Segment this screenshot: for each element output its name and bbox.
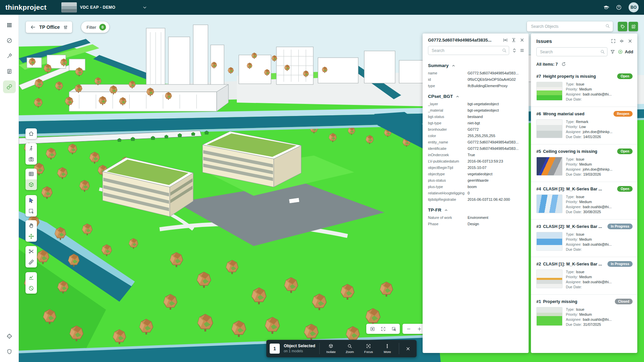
compose-icon — [631, 24, 636, 29]
property-row: plus-statusgeenWaarde — [423, 177, 529, 184]
markup-tools-icon[interactable] — [3, 50, 16, 62]
academy-icon[interactable] — [603, 4, 609, 10]
walk-mode-button[interactable] — [25, 143, 37, 154]
zoom-extents-button[interactable] — [378, 324, 388, 334]
refresh-icon[interactable] — [561, 62, 566, 67]
models-button[interactable] — [25, 179, 37, 190]
selection-subtitle: on 1 models — [284, 349, 315, 354]
issue-title: CLASH [1]: M_K-Series Bar ... — [543, 262, 605, 266]
focus-button[interactable]: Focus — [361, 344, 376, 354]
property-key: relatieveHoogteligging — [428, 191, 468, 195]
issue-card[interactable]: #3CLASH [2]: M_K-Series Bar ...In Progre… — [531, 220, 637, 257]
support-target-icon[interactable] — [3, 330, 16, 343]
analysis-chart-button[interactable] — [25, 272, 37, 283]
view-settings-icon[interactable] — [63, 25, 68, 30]
pan-tool-button[interactable] — [25, 220, 37, 231]
issue-thumbnail[interactable] — [536, 307, 562, 326]
collapse-panel-icon[interactable] — [619, 39, 624, 44]
expand-panel-icon[interactable] — [611, 39, 616, 44]
section-title: CPset_BGT — [428, 94, 453, 99]
move-tool-button[interactable] — [25, 231, 37, 242]
marquee-select-button[interactable] — [25, 206, 37, 217]
property-key: _material — [428, 108, 468, 113]
zoom-out-button[interactable] — [403, 324, 414, 334]
property-key: Nature of work — [428, 216, 468, 220]
collapse-all-icon[interactable] — [512, 48, 517, 53]
filter-button[interactable]: Filter 0 — [81, 21, 109, 33]
select-tool-button[interactable] — [25, 195, 37, 206]
status-badge: Open — [617, 148, 633, 154]
property-key: id — [428, 77, 468, 82]
issue-number: #1 — [536, 299, 541, 304]
object-table-button[interactable] — [25, 169, 37, 179]
issue-card[interactable]: #2CLASH [1]: M_K-Series Bar ...In Progre… — [531, 257, 637, 295]
close-icon — [406, 346, 411, 351]
issue-card[interactable]: #4CLASH [3]: M_K-Series Bar ...OpenType:… — [531, 182, 637, 220]
issue-title: Ceiling covering is missing — [543, 149, 615, 154]
property-row: identificatieG0772.5d60749d49854af383... — [423, 145, 529, 152]
fit-height-icon[interactable] — [511, 38, 516, 43]
section-header[interactable]: Summary — [423, 58, 529, 70]
more-icon — [385, 344, 390, 349]
property-value: 255,255,255,255 — [468, 134, 523, 138]
issue-card[interactable]: #6Wrong material usedReopenType:RemarkPr… — [531, 107, 637, 144]
close-icon[interactable] — [520, 38, 525, 43]
isolate-button[interactable]: Isolate — [324, 344, 338, 354]
model-viewer-icon[interactable] — [3, 80, 16, 93]
properties-panel: G0772.5d60749d49854af3835... Summaryname… — [423, 34, 529, 353]
chevron-down-icon — [142, 5, 147, 10]
issue-thumbnail[interactable] — [536, 82, 562, 101]
more-button[interactable]: More — [380, 344, 395, 354]
project-selector[interactable]: VDC EAP - DEMO — [61, 2, 147, 12]
close-selection-button[interactable] — [403, 346, 413, 351]
section-tool-button[interactable] — [25, 246, 37, 257]
property-value: 0 — [468, 191, 523, 195]
list-view-icon[interactable] — [520, 48, 525, 53]
property-key: tijdstipRegistratie — [428, 197, 468, 202]
help-icon[interactable] — [616, 4, 622, 10]
issue-card[interactable]: #7Height property is missingOpenType:Iss… — [531, 69, 637, 107]
filter-funnel-icon[interactable] — [610, 49, 615, 54]
property-row: bronhouderG0772 — [423, 126, 529, 133]
hide-objects-button[interactable] — [25, 283, 37, 294]
zoom-window-button[interactable] — [388, 324, 399, 334]
measure-tool-button[interactable] — [25, 257, 37, 267]
close-icon[interactable] — [628, 39, 633, 44]
annotations-button[interactable] — [618, 22, 627, 31]
properties-search-input[interactable] — [428, 46, 509, 55]
add-issue-button[interactable]: Add — [618, 49, 633, 54]
apps-grid-icon[interactable] — [3, 19, 16, 32]
avatar[interactable]: BO — [629, 2, 639, 12]
issue-thumbnail[interactable] — [536, 269, 562, 288]
property-key: plus-status — [428, 178, 468, 183]
section-header[interactable]: CPset_BGT — [423, 89, 529, 101]
home-view-button[interactable] — [25, 128, 37, 139]
issue-card[interactable]: #5Ceiling covering is missingOpenType:Is… — [531, 144, 637, 182]
issue-fields: Type:RemarkPriority:LowAssignee:john.doe… — [566, 119, 612, 139]
back-icon[interactable] — [30, 24, 36, 30]
fit-width-icon[interactable] — [503, 38, 508, 43]
project-thumbnail — [61, 2, 77, 12]
forms-icon[interactable] — [3, 65, 16, 78]
section-header[interactable]: TP-FR — [423, 203, 529, 215]
property-key: Phase — [428, 222, 468, 226]
property-row: color255,255,255,255 — [423, 133, 529, 139]
project-name: VDC EAP - DEMO — [80, 5, 115, 10]
zoom-selection-button[interactable]: Zoom — [342, 344, 357, 354]
chevron-up-icon — [455, 94, 460, 99]
issue-thumbnail[interactable] — [536, 194, 562, 213]
markup-button[interactable] — [629, 22, 638, 31]
property-key: LV-publicatiedatum — [428, 159, 468, 164]
privacy-shield-icon[interactable] — [3, 345, 16, 358]
zoom-fit-button[interactable] — [367, 324, 378, 334]
reports-icon[interactable] — [3, 34, 16, 47]
issue-thumbnail[interactable] — [536, 157, 562, 176]
property-value: G0772.5d60749d49854af383... — [468, 140, 523, 144]
issue-card[interactable]: #1Property missingClosedType:IssuePriori… — [531, 295, 637, 332]
property-value: bestaand — [468, 115, 523, 119]
search-objects-input[interactable] — [527, 21, 613, 32]
camera-views-button[interactable] — [25, 154, 37, 165]
issue-thumbnail[interactable] — [536, 232, 562, 251]
issue-thumbnail[interactable] — [536, 119, 562, 138]
issues-search-input[interactable] — [536, 47, 607, 56]
